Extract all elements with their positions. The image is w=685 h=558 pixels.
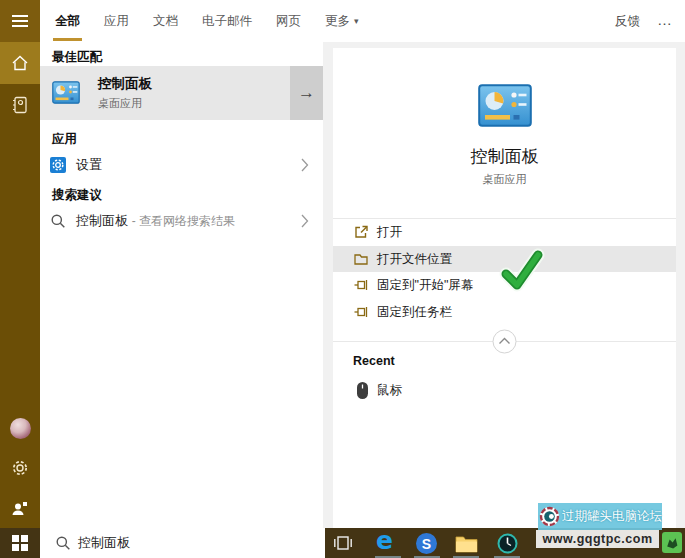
chevron-right-icon xyxy=(301,158,309,172)
tab-web[interactable]: 网页 xyxy=(276,0,301,42)
sogou-browser-button[interactable]: S xyxy=(416,533,437,554)
hamburger-icon xyxy=(12,25,28,27)
gear-icon xyxy=(10,458,30,478)
suggestion-term: 控制面板 xyxy=(76,213,128,228)
windows-logo-icon xyxy=(12,535,28,551)
open-icon xyxy=(353,224,369,240)
tab-more[interactable]: 更多 ▾ xyxy=(325,0,359,42)
settings-blue-icon xyxy=(50,157,66,173)
action-label: 固定到"开始"屏幕 xyxy=(377,272,473,299)
detail-title: 控制面板 xyxy=(333,145,676,168)
search-query-text: 控制面板 xyxy=(78,528,130,558)
watermark-banner: 过期罐头电脑论坛 xyxy=(538,503,662,530)
tab-documents[interactable]: 文档 xyxy=(153,0,178,42)
task-view-button[interactable] xyxy=(333,533,353,557)
best-match-result[interactable]: 控制面板 桌面应用 xyxy=(40,66,290,120)
tab-apps[interactable]: 应用 xyxy=(104,0,129,42)
recent-header: Recent xyxy=(353,354,395,368)
chevron-down-icon: ▾ xyxy=(354,16,359,26)
user-avatar[interactable] xyxy=(10,418,31,439)
action-label: 打开 xyxy=(377,219,402,246)
action-label: 固定到任务栏 xyxy=(377,299,452,326)
start-button[interactable] xyxy=(0,528,40,558)
sidebar-item-settings[interactable] xyxy=(0,447,40,489)
tab-label: 全部 xyxy=(55,13,80,30)
collapse-panel-button[interactable] xyxy=(492,329,517,354)
tab-label: 电子邮件 xyxy=(202,13,252,30)
tab-label: 应用 xyxy=(104,13,129,30)
recent-item-mouse[interactable]: 鼠标 xyxy=(333,377,676,404)
arrow-right-icon: → xyxy=(298,83,315,103)
result-web-suggestion[interactable]: 控制面板 - 查看网络搜索结果 xyxy=(40,205,323,237)
apps-header: 应用 xyxy=(52,131,77,148)
watermark-url: www.gqgtpc.com xyxy=(536,530,659,548)
sidebar-item-feedback-user[interactable] xyxy=(0,487,40,529)
tab-label: 更多 xyxy=(325,13,350,30)
chevron-right-icon xyxy=(301,214,309,228)
result-settings[interactable]: 设置 xyxy=(40,149,323,181)
notebook-icon xyxy=(10,95,30,115)
green-app-button[interactable] xyxy=(662,532,682,553)
search-suggestions-header: 搜索建议 xyxy=(52,187,102,204)
tab-label: 网页 xyxy=(276,13,301,30)
best-match-subtitle: 桌面应用 xyxy=(98,96,142,111)
clock-app-icon xyxy=(497,533,518,554)
person-share-icon xyxy=(11,499,29,517)
filter-tabs: 全部 应用 文档 电子邮件 网页 更多 ▾ xyxy=(55,0,359,42)
task-view-icon xyxy=(333,533,353,553)
edge-browser-button[interactable]: e xyxy=(376,530,393,553)
expand-result-button[interactable]: → xyxy=(290,66,323,120)
pin-icon xyxy=(353,304,369,320)
search-results-panel: 最佳匹配 控制面板 桌面应用 → 应用 xyxy=(40,42,323,528)
watermark-url-text: www.gqgtpc.com xyxy=(542,532,652,546)
sidebar-item-home[interactable] xyxy=(0,42,40,84)
green-app-icon xyxy=(662,532,682,553)
tab-label: 文档 xyxy=(153,13,178,30)
folder-location-icon xyxy=(353,251,369,267)
hamburger-icon xyxy=(12,20,28,22)
action-label: 打开文件位置 xyxy=(377,246,452,273)
hamburger-icon xyxy=(12,15,28,17)
recent-item-label: 鼠标 xyxy=(377,377,402,404)
clock-app-button[interactable] xyxy=(497,533,518,558)
control-panel-icon xyxy=(52,81,80,104)
best-match-title: 控制面板 xyxy=(98,75,152,93)
action-pin-to-start[interactable]: 固定到"开始"屏幕 xyxy=(333,272,676,299)
mouse-icon xyxy=(356,381,369,400)
forum-logo-icon xyxy=(539,505,560,528)
hamburger-menu-button[interactable] xyxy=(0,0,40,42)
sogou-glyph: S xyxy=(422,536,431,552)
best-match-header: 最佳匹配 xyxy=(52,49,102,66)
detail-subtitle: 桌面应用 xyxy=(333,172,676,187)
tab-email[interactable]: 电子邮件 xyxy=(202,0,252,42)
feedback-button[interactable]: 反馈 xyxy=(615,0,640,42)
search-icon xyxy=(55,535,71,551)
action-open[interactable]: 打开 xyxy=(333,219,676,246)
edge-icon: e xyxy=(376,526,393,555)
sidebar-item-journal[interactable] xyxy=(0,84,40,126)
sogou-browser-icon: S xyxy=(416,533,437,554)
taskbar-search-box[interactable]: 控制面板 xyxy=(40,528,325,558)
action-pin-to-taskbar[interactable]: 固定到任务栏 xyxy=(333,299,676,326)
result-detail-panel: 控制面板 桌面应用 打开 打开文件位置 固定到"开始"屏幕 xyxy=(333,48,676,528)
file-explorer-button[interactable] xyxy=(455,535,478,557)
file-explorer-icon xyxy=(455,535,478,553)
control-panel-icon xyxy=(478,84,532,127)
suggestion-hint: - 查看网络搜索结果 xyxy=(132,214,235,228)
action-open-file-location[interactable]: 打开文件位置 xyxy=(333,246,676,273)
search-filter-bar: 全部 应用 文档 电子邮件 网页 更多 ▾ 反馈 … xyxy=(0,0,685,42)
result-label: 设置 xyxy=(76,149,102,181)
search-window: 全部 应用 文档 电子邮件 网页 更多 ▾ 反馈 … xyxy=(0,0,685,558)
overflow-menu-icon[interactable]: … xyxy=(657,0,673,42)
home-icon xyxy=(10,54,30,72)
result-label: 控制面板 - 查看网络搜索结果 xyxy=(76,205,235,237)
watermark-text: 过期罐头电脑论坛 xyxy=(562,508,662,525)
search-icon xyxy=(50,213,66,229)
pin-icon xyxy=(353,277,369,293)
chevron-up-icon xyxy=(492,329,517,354)
tab-all[interactable]: 全部 xyxy=(55,0,80,42)
